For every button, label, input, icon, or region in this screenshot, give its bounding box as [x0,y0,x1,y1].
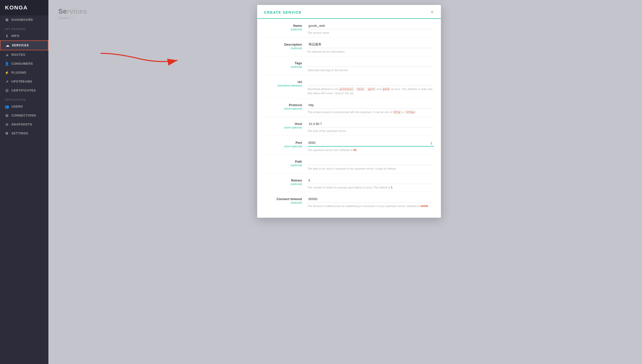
port-input[interactable] [308,140,434,146]
sidebar-item-label: ROUTES [12,53,25,56]
plugins-icon: ⚡ [5,71,9,75]
sidebar-item-label: PLUGINS [12,71,26,74]
retries-input[interactable] [308,178,434,184]
path-label: Path [264,160,302,164]
name-label: Name [264,24,302,28]
host-input[interactable] [308,122,434,128]
form-row-retries: Retries (optional) The number of retries… [264,174,434,192]
sidebar-section-api-gateway: API GATEWAY [0,24,48,32]
port-hint: The upstream server port. Defaults to 80… [308,148,434,152]
name-hint: The service name. [308,31,434,35]
modal-body: Name (optional) The service name. Descri… [257,19,441,218]
url-input[interactable] [308,80,434,86]
sidebar-item-label: SERVICES [12,44,29,47]
description-label: Description [264,43,302,46]
sidebar-item-routes[interactable]: ⊿ ROUTES [0,50,48,59]
url-sublabel: (shorthand-attribute) [264,84,302,87]
sidebar-item-label: SETTINGS [12,132,28,135]
retries-hint: The number of retries to execute upon fa… [308,186,434,190]
form-row-url: Url (shorthand-attribute) Shorthand attr… [264,75,434,98]
url-hint: Shorthand attribute to set protocol , ho… [308,87,434,96]
modal-title: CREATE SERVICE [264,10,302,14]
sidebar-item-consumers[interactable]: 👤 CONSUMERS [0,59,48,68]
form-row-host: Host (semi-optional) The host of the ups… [264,117,434,136]
modal-overlay: CREATE SERVICE ✕ Name (optional) The ser… [48,0,642,364]
snapshots-icon: ⊙ [5,122,9,126]
host-sublabel: (semi-optional) [264,126,302,129]
description-input[interactable] [308,42,434,48]
sidebar-item-certificates[interactable]: ⊡ CERTIFICATES [0,86,48,95]
sidebar-item-upstreams[interactable]: ↗ UPSTREAMS [0,77,48,86]
description-sublabel: (optional) [264,46,302,50]
path-hint: The path to be used in requests to the u… [308,167,434,171]
connect-timeout-label: Connect timeout [264,197,302,201]
tags-input[interactable] [308,61,434,67]
sidebar-section-application: APPLICATION [0,95,48,102]
cloud-icon: ☁ [6,44,10,47]
upstreams-icon: ↗ [5,80,9,84]
certificates-icon: ⊡ [5,88,9,92]
port-label: Port [264,141,302,144]
name-input[interactable] [308,23,434,29]
tags-sublabel: (optional) [264,65,302,68]
dashboard-icon: ⊞ [5,18,9,22]
connect-timeout-input[interactable] [308,197,434,202]
host-hint: The host of the upstream server. [308,129,434,133]
sidebar-item-info[interactable]: ℹ INFO [0,32,48,40]
name-sublabel: (optional) [264,28,302,31]
sidebar-item-services[interactable]: ☁ SERVICES [0,40,48,50]
connect-timeout-sublabel: (optional) [264,201,302,204]
connect-timeout-hint: The timeout in milliseconds for establis… [308,204,434,208]
tags-label: Tags [264,61,302,65]
users-icon: 👥 [5,105,9,108]
sidebar-item-label: UPSTREAMS [12,80,32,83]
form-row-name: Name (optional) The service name. [264,19,434,38]
app-logo: KONGA [0,0,48,15]
sidebar-item-users[interactable]: 👥 USERS [0,102,48,111]
sidebar-item-label: INFO [12,34,20,38]
retries-label: Retries [264,178,302,182]
path-input[interactable] [308,159,434,165]
sidebar-item-label: CONNECTIONS [12,114,36,117]
form-row-port: Port (semi-optional) ⇕ The upstream serv… [264,136,434,155]
form-row-protocol: Protocol (semi-optional) The protocol us… [264,98,434,117]
protocol-hint: The protocol used to communicate with th… [308,110,434,114]
url-label: Url [264,80,302,84]
tags-hint: Optionally add tags to the service [308,68,434,72]
sidebar-item-settings[interactable]: ⚙ SETTINGS [0,129,48,138]
sidebar-item-label: USERS [12,105,23,108]
modal-close-button[interactable]: ✕ [430,10,434,15]
routes-icon: ⊿ [5,53,9,57]
sidebar-item-connections[interactable]: ⊟ CONNECTIONS [0,111,48,120]
path-sublabel: (optional) [264,164,302,167]
form-row-path: Path (optional) The path to be used in r… [264,155,434,174]
main-content: Services Services list CREATE SERVICE ✕ [48,0,642,364]
sidebar-item-label: DASHBOARD [12,18,33,22]
form-row-connect-timeout: Connect timeout (optional) The timeout i… [264,192,434,211]
form-row-description: Description (optional) An optional servi… [264,38,434,56]
sidebar-item-label: CERTIFICATES [12,89,36,92]
protocol-sublabel: (semi-optional) [264,107,302,110]
port-sublabel: (semi-optional) [264,145,302,148]
protocol-label: Protocol [264,103,302,107]
form-row-tags: Tags (optional) Optionally add tags to t… [264,56,434,75]
info-icon: ℹ [5,34,9,38]
host-label: Host [264,122,302,126]
retries-sublabel: (optional) [264,182,302,186]
consumers-icon: 👤 [5,62,9,66]
settings-icon: ⚙ [5,132,9,136]
sidebar-item-label: CONSUMERS [12,62,33,66]
protocol-input[interactable] [308,103,434,108]
sidebar-item-label: SNAPSHOTS [12,123,32,126]
sidebar-item-dashboard[interactable]: ⊞ DASHBOARD [0,15,48,24]
sidebar: KONGA ⊞ DASHBOARD API GATEWAY ℹ INFO ☁ S… [0,0,48,364]
sidebar-item-plugins[interactable]: ⚡ PLUGINS [0,68,48,77]
connections-icon: ⊟ [5,114,9,118]
create-service-modal: CREATE SERVICE ✕ Name (optional) The ser… [257,5,441,218]
modal-header: CREATE SERVICE ✕ [257,5,441,19]
sidebar-item-snapshots[interactable]: ⊙ SNAPSHOTS [0,120,48,129]
description-hint: An optional service description. [308,50,434,54]
